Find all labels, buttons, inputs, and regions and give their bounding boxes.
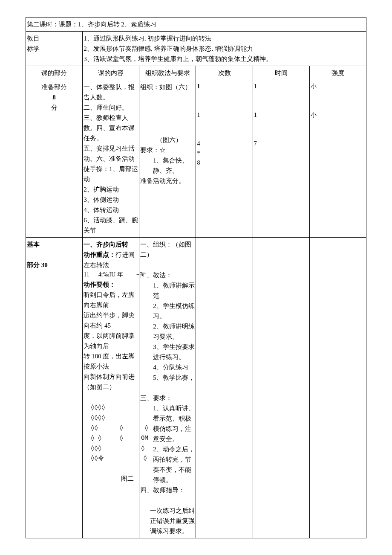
- sec4-text: 一次练习之后纠正错误并重复强调练习要求。: [140, 506, 195, 536]
- title-row: 第二课时：课题：1、齐步向后转 2、素质练习: [26, 17, 366, 32]
- sec3-i0: 1、认真听讲、看示范、积极模仿练习，注意安全。: [153, 403, 195, 444]
- header-part: 课的部分: [26, 66, 83, 80]
- prep-int-0: 小: [311, 82, 365, 91]
- basic-times-cell: [196, 238, 253, 538]
- prep-int-3: 小: [311, 110, 365, 120]
- prep-times-2: 1: [197, 110, 251, 120]
- goals-row: 教目 标学 1、通过队形队列练习, 初步掌握行进间的转法 2、发展形体节奏韵律感…: [26, 32, 366, 66]
- prep-req-title: 要求：☆: [140, 145, 195, 155]
- lesson-plan-table: 第二课时：课题：1、齐步向后转 2、素质练习 教目 标学 1、通过队形队列练习,…: [26, 17, 366, 538]
- header-time: 时间: [253, 66, 309, 80]
- basic-intensity-cell: [309, 238, 366, 538]
- header-method: 组织教法与要求: [139, 66, 196, 80]
- prep-method-top: 组织：如图（六）: [140, 82, 195, 92]
- sec2-i1: 2、学生模仿练习。: [153, 301, 195, 321]
- yaoling-2: 迈出约半步，脚尖向右约 45: [84, 310, 138, 331]
- sec2-i0: 1、教师讲解示范: [153, 280, 195, 301]
- column-header-row: 课的部分 课的内容 组织教法与要求 次数 时间 强度: [26, 66, 366, 80]
- yaoling-3: 度，以两脚前脚掌为轴向后: [84, 331, 138, 351]
- prep-c-7: 3、体侧运动: [84, 195, 138, 205]
- yaoling-5: 向新体制方向前进（如图二）: [84, 372, 138, 392]
- sec2-i3: 3、学生按要求进行练习。: [153, 342, 195, 362]
- method-sec2-title: 二、教法：: [140, 270, 195, 280]
- basic-part-label: 基本: [27, 239, 81, 250]
- prep-part-cell: 准备部分 8 分: [26, 80, 83, 238]
- prep-c-3: 三、教师检查人数。四、宣布本课任务。: [84, 113, 138, 143]
- prep-c-1: 一、体委整队，报告人数。: [84, 82, 138, 102]
- prep-req-1: 1、集合快、静、齐。: [140, 155, 195, 176]
- prep-c-6: 2、扩胸运动: [84, 184, 138, 195]
- yaoling-1: 听到口令后，左脚向右脚前: [84, 290, 138, 310]
- goals-label: 教目 标学: [26, 32, 83, 66]
- basic-method-cell: 一、组织：（如图二） 二、教法： 1、教师讲解示范 2、学生模仿练习。 2、教师…: [139, 238, 196, 538]
- goal-3: 3、活跃课堂气氛，培养学生健康向上，朝气蓬勃的集体主义精神。: [84, 54, 365, 64]
- prep-c-8: 4、体转运动: [84, 205, 138, 215]
- prep-time-4: 7: [254, 139, 308, 148]
- prep-c-9: 6、活动膝、踝、腕关节: [84, 215, 138, 235]
- prep-method-cell: 组织：如图（六） （图六） 要求：☆ 1、集合快、静、齐。 准备活动充分。: [139, 80, 196, 238]
- sec2-i5: 5、教学比赛，: [153, 372, 195, 383]
- header-content: 课的内容: [83, 66, 139, 80]
- prep-intensity-cell: 小 小: [309, 80, 366, 238]
- sec3-i1: 2、动令之后，两拍转完，节奏不变，不能停顿。: [153, 444, 195, 485]
- basic-extra-line: 11 4r‰IU 年 −⅞: [84, 270, 138, 279]
- header-times: 次数: [196, 66, 253, 80]
- goal-1: 1、通过队形队列练习, 初步掌握行进间的转法: [84, 33, 365, 44]
- sec2-i2: 2、教师讲明练习要求。: [153, 321, 195, 342]
- yaoling-label: 动作要领：: [84, 279, 138, 290]
- yaoling-4: 转 180 度，出左脚按原小法: [84, 351, 138, 372]
- basic-part-cell: 基本 部分 30: [26, 238, 83, 538]
- goals-cell: 1、通过队形队列练习, 初步掌握行进间的转法 2、发展形体节奏韵律感, 培养正确…: [83, 32, 366, 66]
- prep-part-label: 准备部分: [27, 82, 81, 92]
- prep-row: 准备部分 8 分 一、体委整队，报告人数。 二、师生问好。 三、教师检查人数。四…: [26, 80, 366, 238]
- goal-2: 2、发展形体节奏韵律感, 培养正确的身体形态, 增强协调能力: [84, 44, 365, 54]
- prep-part-time: 8: [27, 92, 81, 102]
- header-intensity: 强度: [309, 66, 366, 80]
- prep-time-0: 1: [254, 82, 308, 91]
- prep-req-2: 准备活动充分。: [140, 176, 195, 186]
- basic-keypoint: 动作重点：行进间左右转法: [84, 250, 138, 270]
- prep-fig-caption: （图六）: [140, 135, 195, 145]
- basic-part-label2: 部分 30: [27, 260, 81, 270]
- sec2-i4: 4、分队练习: [153, 362, 195, 372]
- lesson-title: 第二课时：课题：1、齐步向后转 2、素质练习: [26, 17, 366, 32]
- formation-diagram: ◊◊◊◊ ◊◊◊◊ ◊◊ ◊ ◊ ◊ ◊ ◊ OM ◊◊◊ ◊ ◊◊令 ◊: [84, 402, 138, 463]
- method-sec4-title: 四、教师指导：: [140, 485, 195, 495]
- prep-content-cell: 一、体委整队，报告人数。 二、师生问好。 三、教师检查人数。四、宣布本课任务。 …: [83, 80, 139, 238]
- basic-content-cell: 一、齐步向后转 动作重点：行进间左右转法 11 4r‰IU 年 −⅞ 动作要领：…: [83, 238, 139, 538]
- basic-time-cell: [253, 238, 309, 538]
- prep-time-2: 1: [254, 110, 308, 120]
- prep-times-4: 4 * 8: [197, 139, 251, 168]
- prep-part-unit: 分: [27, 102, 81, 113]
- basic-row: 基本 部分 30 一、齐步向后转 动作重点：行进间左右转法 11 4r‰IU 年…: [26, 238, 366, 538]
- fig2-caption: 图二: [84, 474, 138, 484]
- method-sec1: 一、组织：（如图二）: [140, 239, 195, 260]
- basic-title: 一、齐步向后转: [84, 239, 138, 250]
- keypoint-label: 动作重点：: [84, 251, 115, 258]
- prep-times-cell: 1 1 4 * 8: [196, 80, 253, 238]
- method-sec3-title: 三、要求：: [140, 393, 195, 403]
- prep-times-0: 1: [197, 82, 251, 91]
- prep-c-5: 五、安排见习生活动。六、准备活动徒手操：1、肩部运动: [84, 143, 138, 184]
- prep-c-2: 二、师生问好。: [84, 102, 138, 113]
- prep-time-cell: 1 1 7: [253, 80, 309, 238]
